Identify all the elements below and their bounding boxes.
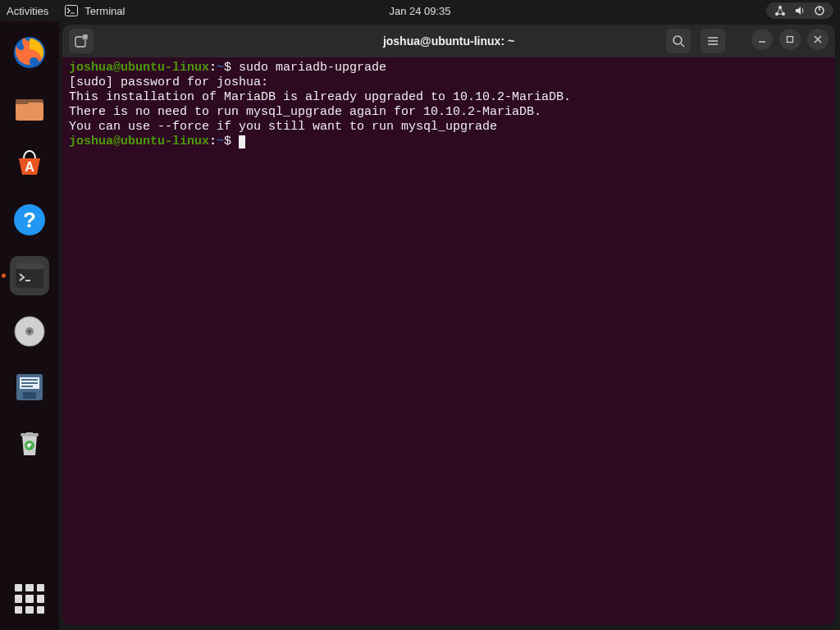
svg-rect-8 — [16, 103, 43, 121]
svg-text:A: A — [25, 160, 34, 174]
svg-line-29 — [681, 43, 684, 47]
svg-rect-22 — [21, 382, 38, 384]
menu-button[interactable] — [701, 29, 725, 53]
dock-save[interactable] — [10, 368, 49, 407]
new-tab-button[interactable] — [69, 29, 94, 53]
dock-help[interactable]: ? — [10, 200, 49, 240]
minimize-icon — [758, 35, 766, 43]
close-icon — [814, 35, 822, 43]
terminal-window: joshua@ubuntu-linux: ~ joshua@ubuntu-lin… — [62, 25, 835, 625]
network-icon — [774, 5, 786, 16]
search-icon — [672, 34, 685, 48]
dock-trash[interactable] — [10, 423, 49, 463]
show-applications-button[interactable] — [15, 584, 44, 614]
maximize-icon — [786, 35, 794, 43]
close-button[interactable] — [807, 29, 829, 50]
clock[interactable]: Jan 24 09:35 — [389, 5, 450, 17]
svg-rect-21 — [21, 379, 38, 381]
dock: A ? — [0, 21, 59, 630]
svg-rect-24 — [23, 392, 36, 399]
terminal-icon — [65, 5, 78, 16]
power-icon — [814, 5, 825, 16]
dock-terminal[interactable] — [10, 256, 49, 295]
svg-point-28 — [673, 36, 682, 44]
svg-rect-23 — [21, 386, 33, 387]
svg-rect-0 — [66, 6, 78, 16]
svg-point-18 — [28, 330, 31, 333]
volume-icon — [794, 5, 806, 16]
svg-text:?: ? — [23, 208, 36, 232]
window-title: joshua@ubuntu-linux: ~ — [383, 34, 514, 48]
active-app-name: Terminal — [84, 5, 125, 17]
dock-disks[interactable] — [10, 312, 49, 351]
maximize-button[interactable] — [779, 29, 801, 50]
new-tab-icon — [74, 34, 89, 48]
system-tray[interactable] — [766, 2, 833, 19]
active-app-indicator[interactable]: Terminal — [65, 5, 125, 17]
hamburger-icon — [706, 34, 719, 48]
minimize-button[interactable] — [751, 29, 773, 50]
dock-files[interactable] — [10, 89, 49, 128]
window-titlebar[interactable]: joshua@ubuntu-linux: ~ — [62, 25, 835, 57]
dock-firefox[interactable] — [10, 33, 49, 72]
dock-software[interactable]: A — [10, 144, 49, 184]
svg-rect-34 — [788, 37, 793, 43]
activities-button[interactable]: Activities — [7, 5, 48, 17]
top-bar: Activities Terminal Jan 24 09:35 — [0, 0, 840, 21]
svg-rect-14 — [16, 263, 43, 269]
terminal-content[interactable]: joshua@ubuntu-linux:~$ sudo mariadb-upgr… — [62, 57, 835, 625]
svg-rect-9 — [16, 99, 29, 104]
search-button[interactable] — [666, 29, 691, 53]
